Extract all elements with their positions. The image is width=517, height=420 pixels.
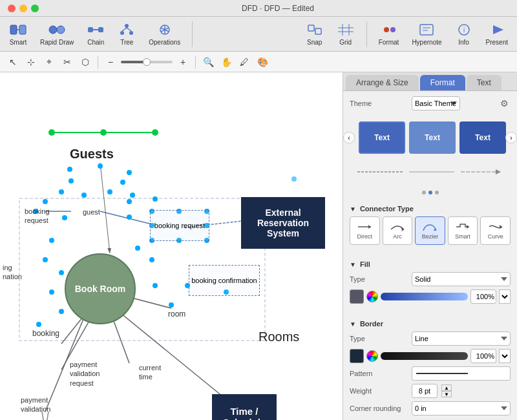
time-schedule-node[interactable]: Time /Schedule: [212, 394, 277, 420]
svg-point-76: [153, 283, 158, 288]
border-color-swatch[interactable]: [350, 349, 364, 363]
weight-down-button[interactable]: ▼: [441, 391, 452, 397]
toolbar-snap[interactable]: Snap: [302, 21, 328, 47]
toolbar-rapid-draw[interactable]: Rapid Draw: [36, 21, 78, 47]
theme-select[interactable]: Basic Theme: [412, 96, 460, 110]
fill-color-wheel[interactable]: [366, 291, 378, 302]
tool-separator-2: [195, 56, 196, 68]
stamp-tool[interactable]: ⬡: [78, 54, 93, 70]
svg-marker-90: [496, 169, 501, 174]
minimize-button[interactable]: [19, 5, 27, 12]
border-percent-select[interactable]: %: [499, 349, 511, 363]
magnify-tool[interactable]: 🔍: [200, 54, 216, 70]
zoom-minus[interactable]: −: [103, 54, 118, 70]
select-tool[interactable]: ⊹: [23, 54, 39, 70]
fill-header[interactable]: ▼ Fill: [350, 260, 511, 268]
booking-request-rect[interactable]: booking request: [150, 210, 209, 241]
hypernote-icon: [417, 22, 436, 37]
tab-format[interactable]: Format: [420, 75, 465, 90]
border-header[interactable]: ▼ Border: [350, 320, 511, 328]
fill-type-select[interactable]: Solid: [412, 272, 511, 286]
booking-request-1: bookingrequest: [25, 207, 50, 226]
weight-up-button[interactable]: ▲: [441, 384, 452, 391]
tab-arrange[interactable]: Arrange & Size: [346, 75, 419, 90]
smart-icon: [9, 22, 27, 37]
toolbar-smart[interactable]: Smart: [5, 21, 31, 47]
connector-types: Direct Arc Bezier Smart Curve: [350, 216, 511, 245]
svg-point-75: [49, 289, 54, 295]
svg-point-24: [390, 27, 396, 32]
corner-rounding-select[interactable]: 0 in: [412, 401, 511, 415]
style-preview-3[interactable]: Text: [459, 121, 506, 154]
info-icon: i: [455, 22, 473, 37]
lasso-tool[interactable]: ⌖: [41, 54, 57, 70]
svg-rect-17: [308, 25, 314, 31]
zoom-plus[interactable]: +: [175, 54, 191, 70]
maximize-button[interactable]: [31, 5, 39, 12]
svg-rect-5: [88, 27, 93, 32]
border-weight-row: Weight ▲ ▼: [350, 384, 511, 398]
svg-point-71: [135, 246, 140, 251]
connector-curve[interactable]: Curve: [480, 216, 511, 245]
hand-tool[interactable]: ✋: [218, 54, 234, 70]
payment-validation-req: paymentvalidationrequest: [70, 360, 100, 388]
style-nav-right[interactable]: ›: [505, 132, 517, 143]
svg-point-64: [153, 196, 158, 202]
connector-type-header[interactable]: ▼ Connector Type: [350, 205, 511, 213]
theme-gear-button[interactable]: ⚙: [498, 97, 511, 110]
border-type-select[interactable]: Line: [412, 331, 511, 346]
toolbar-operations[interactable]: Operations: [145, 21, 184, 47]
connector-bezier[interactable]: Bezier: [415, 216, 445, 245]
svg-line-12: [127, 28, 131, 31]
toolbar-hypernote[interactable]: Hypernote: [408, 21, 445, 47]
toolbar-info[interactable]: i Info: [451, 21, 477, 47]
canvas[interactable]: Guests bookingrequest guest booking requ…: [0, 72, 343, 420]
toolbar-tree[interactable]: Tree: [114, 21, 140, 47]
toolbar-format[interactable]: Format: [375, 21, 403, 47]
cut-tool[interactable]: ✂: [59, 54, 75, 70]
svg-rect-18: [315, 28, 321, 34]
toolbar-present[interactable]: Present: [482, 21, 512, 47]
svg-point-31: [48, 129, 55, 136]
tool-separator-1: [98, 56, 98, 68]
svg-text:i: i: [463, 26, 464, 34]
fill-type-label: Type: [350, 275, 408, 283]
border-color-wheel[interactable]: [366, 350, 378, 362]
close-button[interactable]: [8, 5, 16, 12]
connector-arc[interactable]: Arc: [383, 216, 413, 245]
fill-color-swatch[interactable]: [350, 289, 364, 304]
rooms-node: Rooms: [258, 330, 299, 344]
grid-icon: [337, 22, 355, 37]
theme-row: Theme Basic Theme ⚙: [350, 96, 511, 110]
style-preview-1[interactable]: Text: [359, 121, 405, 154]
booking-label: booking: [32, 329, 59, 338]
book-room-node[interactable]: Book Room: [65, 253, 136, 324]
border-weight-input[interactable]: [412, 384, 438, 398]
svg-point-83: [291, 176, 297, 182]
border-gradient-bar[interactable]: [381, 352, 468, 360]
guests-node[interactable]: Guests: [70, 147, 114, 162]
arrow-tool[interactable]: ↖: [5, 54, 21, 70]
grid-label: Grid: [339, 39, 352, 46]
tab-text[interactable]: Text: [467, 75, 501, 90]
external-reservation-node[interactable]: External Reservation System: [241, 197, 325, 249]
payment-validation-label: paymentvalidation: [21, 395, 50, 414]
zoom-slider[interactable]: [121, 61, 173, 63]
style-nav-left[interactable]: ‹: [343, 132, 355, 143]
border-pattern-preview[interactable]: [412, 366, 511, 381]
toolbar-chain[interactable]: Chain: [83, 21, 109, 47]
brush-tool[interactable]: 🎨: [255, 54, 270, 70]
border-percent-input[interactable]: [470, 349, 496, 363]
booking-confirmation-rect[interactable]: booking confirmation: [189, 265, 260, 296]
fill-percent-select[interactable]: %: [499, 289, 511, 304]
fill-percent-input[interactable]: [470, 289, 496, 304]
toolbar-grid[interactable]: Grid: [333, 21, 359, 47]
pen-tool[interactable]: 🖊: [237, 54, 252, 70]
guest-label: guest: [83, 208, 100, 216]
style-preview-2[interactable]: Text: [409, 121, 456, 154]
connector-smart[interactable]: Smart: [448, 216, 478, 245]
svg-point-68: [62, 215, 67, 220]
tree-icon: [118, 22, 136, 37]
fill-gradient-bar[interactable]: [381, 293, 468, 300]
connector-direct[interactable]: Direct: [350, 216, 380, 245]
